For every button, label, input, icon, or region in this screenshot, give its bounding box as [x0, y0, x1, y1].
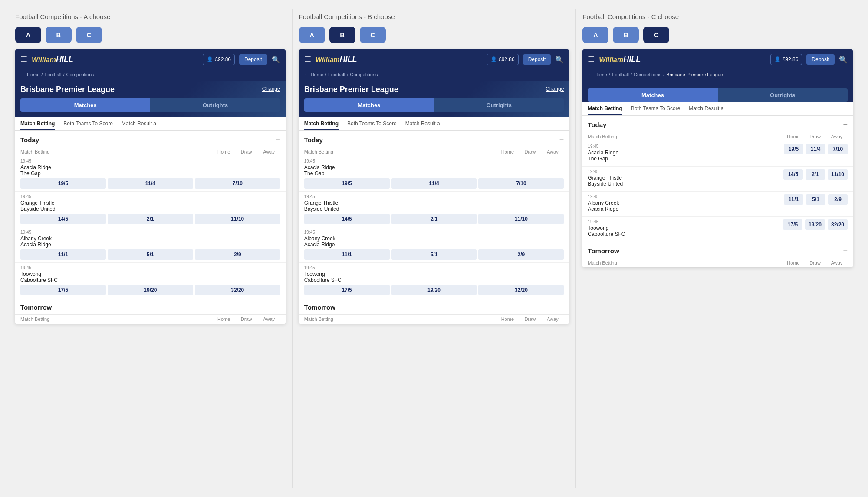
tomorrow-collapse-a[interactable]: −	[276, 303, 280, 312]
odds-a-b-0[interactable]: 7/10	[478, 178, 564, 189]
hamburger-icon-c[interactable]: ☰	[588, 55, 595, 64]
odds-d-a-0[interactable]: 11/4	[108, 178, 193, 189]
odds-d-b-1[interactable]: 2/1	[391, 214, 477, 224]
choice-btn-c-c[interactable]: C	[643, 27, 669, 43]
choice-btn-c-a[interactable]: A	[582, 27, 608, 43]
odds-h-b-1[interactable]: 14/5	[304, 214, 390, 224]
odds-d-c-3[interactable]: 19/20	[805, 219, 825, 230]
tomorrow-col-headers-c: Match Betting Home Draw Away	[582, 258, 853, 267]
sub-nav-result-b[interactable]: Match Result a	[405, 121, 440, 130]
odds-h-a-0[interactable]: 19/5	[20, 178, 106, 189]
odds-d-b-0[interactable]: 11/4	[391, 178, 477, 189]
breadcrumb-football-c[interactable]: Football	[612, 72, 629, 77]
breadcrumb-home-a[interactable]: Home	[27, 72, 39, 77]
breadcrumb-home-b[interactable]: Home	[311, 72, 323, 77]
change-link-b[interactable]: Change	[546, 86, 564, 92]
odds-d-c-1[interactable]: 2/1	[806, 169, 825, 180]
match-teams-a-2: Albany Creek Acacia Ridge	[20, 235, 280, 248]
choice-buttons-c: A B C	[582, 27, 853, 43]
odds-h-b-0[interactable]: 19/5	[304, 178, 390, 189]
odds-a-b-1[interactable]: 11/10	[478, 214, 564, 224]
today-collapse-a[interactable]: −	[276, 135, 280, 144]
odds-h-c-1[interactable]: 14/5	[783, 169, 803, 180]
sub-nav-bts-a[interactable]: Both Teams To Score	[63, 121, 113, 130]
odds-h-c-0[interactable]: 19/5	[784, 144, 803, 154]
match-teams-c-0: Acacia Ridge The Gap	[588, 150, 784, 162]
match-row-b-1: 19:45 Grange Thistle Bayside United 14/5…	[299, 192, 569, 227]
search-icon-a[interactable]: 🔍	[272, 56, 280, 64]
deposit-btn-b[interactable]: Deposit	[523, 54, 551, 65]
match-teams-b-1: Grange Thistle Bayside United	[304, 200, 564, 212]
tab-matches-a[interactable]: Matches	[20, 98, 150, 112]
choice-btn-a-a[interactable]: A	[15, 27, 41, 43]
sub-nav-bts-c[interactable]: Both Teams To Score	[631, 105, 681, 115]
search-icon-c[interactable]: 🔍	[839, 56, 848, 64]
odds-h-b-2[interactable]: 11/1	[304, 249, 390, 260]
sub-nav-result-c[interactable]: Match Result a	[689, 105, 723, 115]
choice-btn-b-a[interactable]: A	[299, 27, 325, 43]
odds-a-b-2[interactable]: 2/9	[478, 249, 564, 260]
odds-h-a-1[interactable]: 14/5	[20, 214, 106, 224]
odds-a-a-2[interactable]: 2/9	[195, 249, 280, 260]
sub-nav-match-betting-b[interactable]: Match Betting	[304, 121, 339, 130]
sub-nav-match-betting-a[interactable]: Match Betting	[20, 121, 55, 130]
odds-a-c-0[interactable]: 7/10	[828, 144, 848, 154]
choice-btn-a-c[interactable]: C	[76, 27, 102, 43]
change-link-a[interactable]: Change	[262, 86, 280, 92]
choice-btn-c-b[interactable]: B	[613, 27, 639, 43]
back-arrow-b[interactable]: ←	[304, 72, 309, 77]
odds-d-b-2[interactable]: 5/1	[391, 249, 477, 260]
odds-h-c-2[interactable]: 11/1	[784, 194, 803, 205]
odds-h-a-3[interactable]: 17/5	[20, 285, 106, 295]
odds-a-c-3[interactable]: 32/20	[828, 219, 848, 230]
tomorrow-collapse-b[interactable]: −	[559, 303, 564, 312]
tab-outrights-b[interactable]: Outrights	[434, 98, 564, 112]
odds-d-a-2[interactable]: 5/1	[108, 249, 193, 260]
tomorrow-header-a: Tomorrow −	[15, 298, 286, 315]
deposit-btn-a[interactable]: Deposit	[239, 54, 267, 65]
choice-btn-b-b[interactable]: B	[329, 27, 355, 43]
tab-matches-c[interactable]: Matches	[588, 88, 717, 102]
odds-a-b-3[interactable]: 32/20	[478, 285, 564, 295]
odds-d-c-2[interactable]: 5/1	[806, 194, 825, 205]
odds-h-c-3[interactable]: 17/5	[783, 219, 802, 230]
odds-a-c-2[interactable]: 2/9	[828, 194, 848, 205]
odds-d-b-3[interactable]: 19/20	[391, 285, 477, 295]
breadcrumb-football-a[interactable]: Football	[44, 72, 61, 77]
sub-nav-match-betting-c[interactable]: Match Betting	[588, 105, 622, 115]
col-home-a: Home	[213, 149, 235, 154]
match-teams-b-0: Acacia Ridge The Gap	[304, 164, 564, 177]
today-collapse-c[interactable]: −	[843, 120, 848, 129]
deposit-btn-c[interactable]: Deposit	[806, 54, 835, 65]
choice-btn-a-b[interactable]: B	[46, 27, 72, 43]
tab-matches-b[interactable]: Matches	[304, 98, 434, 112]
col-draw-c: Draw	[804, 134, 826, 139]
match-row-a-2: 19:45 Albany Creek Acacia Ridge 11/1 5/1…	[15, 227, 286, 263]
breadcrumb-competitions-c[interactable]: Competitions	[634, 72, 661, 77]
hamburger-icon-a[interactable]: ☰	[20, 55, 27, 64]
odds-d-c-0[interactable]: 11/4	[806, 144, 825, 154]
match-time-b-3: 19:45	[304, 265, 564, 270]
tab-outrights-a[interactable]: Outrights	[150, 98, 280, 112]
sub-nav-bts-b[interactable]: Both Teams To Score	[347, 121, 397, 130]
tab-outrights-c[interactable]: Outrights	[718, 88, 848, 102]
breadcrumb-football-b[interactable]: Football	[328, 72, 345, 77]
odds-h-a-2[interactable]: 11/1	[20, 249, 106, 260]
back-arrow-a[interactable]: ←	[20, 72, 25, 77]
odds-d-a-3[interactable]: 19/20	[108, 285, 193, 295]
tomorrow-collapse-c[interactable]: −	[843, 246, 848, 255]
odds-a-a-0[interactable]: 7/10	[195, 178, 280, 189]
odds-a-a-1[interactable]: 11/10	[195, 214, 280, 224]
odds-d-a-1[interactable]: 2/1	[108, 214, 193, 224]
search-icon-b[interactable]: 🔍	[555, 56, 564, 64]
sub-nav-result-a[interactable]: Match Result a	[122, 121, 156, 130]
today-collapse-b[interactable]: −	[559, 135, 564, 144]
choice-btn-b-c[interactable]: C	[360, 27, 386, 43]
odds-a-c-1[interactable]: 11/10	[828, 169, 848, 180]
odds-h-b-3[interactable]: 17/5	[304, 285, 390, 295]
odds-a-a-3[interactable]: 32/20	[195, 285, 280, 295]
balance-b: 👤 £92.86	[487, 54, 519, 65]
hamburger-icon-b[interactable]: ☰	[304, 55, 311, 64]
breadcrumb-home-c[interactable]: Home	[594, 72, 607, 77]
back-arrow-c[interactable]: ←	[588, 72, 592, 77]
